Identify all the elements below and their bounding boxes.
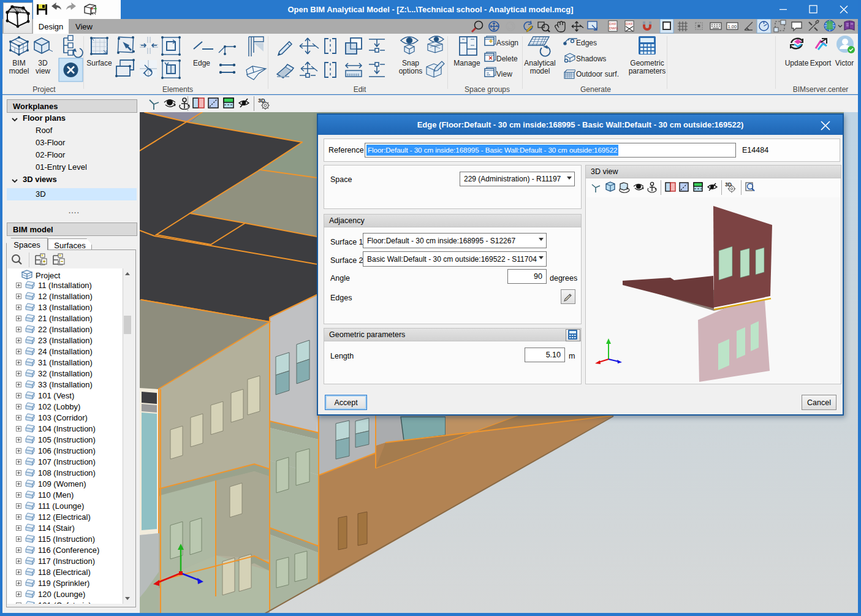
svg-text:DXF: DXF <box>609 22 616 26</box>
svg-text:DWG: DWG <box>609 26 618 30</box>
svg-text:DXF: DXF <box>626 22 633 26</box>
svg-text:1.00: 1.00 <box>728 24 737 29</box>
